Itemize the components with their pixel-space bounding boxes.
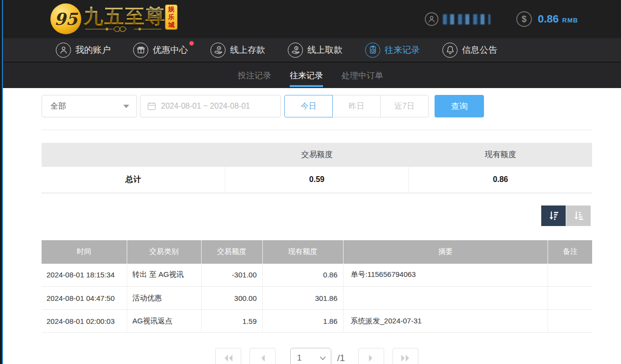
summary-total-label: 总计 — [42, 167, 225, 193]
cell-trade-amount: 300.00 — [201, 287, 262, 310]
summary-total-row: 总计 0.59 0.86 — [42, 167, 592, 193]
next-page-button[interactable] — [358, 348, 384, 364]
sort-descending-icon — [547, 209, 560, 222]
cell-current-amount: 301.86 — [262, 287, 343, 310]
cell-summary — [343, 287, 548, 310]
nav-label: 优惠中心 — [153, 44, 188, 56]
window-edge-blue-line — [2, 0, 3, 364]
nav-label: 线上存款 — [230, 44, 265, 56]
cell-time: 2024-08-01 18:15:34 — [42, 264, 127, 287]
table-header-row: 时间 交易类别 交易额度 现有额度 摘要 备注 — [42, 240, 592, 264]
cell-trade-amount: 1.59 — [201, 310, 262, 333]
table-row: 2024-08-01 04:47:50 活动优惠 300.00 301.86 — [42, 287, 592, 310]
nav-item-announcements[interactable]: 信息公告 — [442, 43, 497, 58]
top-header-bar: 95 九五至尊 娱 乐 城 $ 0.86 RMB — [0, 0, 621, 38]
summary-trade-amount: 0.59 — [225, 167, 409, 193]
transactions-table: 时间 交易类别 交易额度 现有额度 摘要 备注 2024-08-01 18:15… — [42, 240, 592, 333]
double-chevron-left-icon — [223, 354, 234, 362]
col-header-type: 交易类别 — [127, 240, 201, 264]
page-select[interactable]: 1 — [290, 348, 331, 364]
balance-coin-icon[interactable]: $ — [516, 11, 532, 27]
chevron-down-icon — [320, 356, 326, 361]
nav-item-promotions[interactable]: 优惠中心 — [133, 43, 188, 58]
deposit-icon: ¥ — [210, 43, 226, 58]
records-icon — [365, 43, 380, 58]
nav-item-online-deposit[interactable]: ¥ 线上存款 — [210, 43, 265, 58]
tab-betting-records[interactable]: 投注记录 — [238, 63, 271, 88]
nav-item-online-withdraw[interactable]: $ 线上取款 — [288, 43, 343, 58]
badge-char: 娱 — [168, 5, 175, 13]
cell-time: 2024-08-01 02:00:03 — [42, 310, 127, 333]
chevron-right-icon — [368, 354, 374, 362]
cell-type: AG视讯返点 — [127, 310, 201, 333]
sort-ascending-button[interactable] — [566, 205, 591, 226]
sort-ascending-icon — [572, 209, 585, 222]
svg-text:$: $ — [295, 47, 297, 50]
page-select-value: 1 — [297, 353, 301, 363]
calendar-icon — [147, 102, 156, 111]
gift-icon — [133, 43, 148, 58]
withdraw-icon: $ — [288, 43, 303, 58]
svg-text:¥: ¥ — [218, 47, 220, 50]
table-row: 2024-08-01 02:00:03 AG视讯返点 1.59 1.86 系统派… — [42, 310, 592, 333]
sort-descending-button[interactable] — [541, 205, 566, 226]
col-header-summary: 摘要 — [343, 240, 548, 264]
summary-header-current-amount: 现有额度 — [409, 143, 592, 167]
first-page-button[interactable] — [215, 348, 241, 364]
summary-current-amount: 0.86 — [409, 167, 592, 193]
user-avatar-icon[interactable] — [425, 12, 438, 26]
balance-amount: 0.86 — [538, 13, 559, 25]
summary-table: 交易额度 现有额度 总计 0.59 0.86 — [42, 143, 592, 193]
previous-page-button[interactable] — [250, 348, 276, 364]
chevron-left-icon — [259, 354, 266, 362]
section-divider — [42, 130, 592, 130]
double-chevron-right-icon — [400, 354, 411, 362]
filter-toolbar: 全部 2024-08-01 ~ 2024-08-01 今日 昨日 近7日 查询 — [42, 95, 592, 117]
summary-header-row: 交易额度 现有额度 — [42, 143, 592, 167]
tab-transaction-records[interactable]: 往来记录 — [290, 63, 323, 88]
col-header-remark: 备注 — [548, 240, 592, 264]
nav-item-transaction-records[interactable]: 往来记录 — [365, 43, 420, 58]
cell-time: 2024-08-01 04:47:50 — [42, 287, 127, 310]
censored-username[interactable] — [443, 14, 490, 24]
tab-processing-orders[interactable]: 处理中订单 — [342, 63, 383, 88]
cell-remark — [548, 287, 592, 310]
cell-summary: 单号:115656794063 — [343, 264, 548, 287]
last7days-button[interactable]: 近7日 — [380, 95, 429, 117]
table-row: 2024-08-01 18:15:34 转出 至 AG视讯 -301.00 0.… — [42, 264, 592, 287]
brand-emblem-icon[interactable]: 95 — [50, 3, 81, 34]
bell-icon — [442, 43, 458, 58]
user-icon — [56, 43, 71, 58]
quick-date-button-group: 今日 昨日 近7日 — [284, 95, 429, 117]
yesterday-button[interactable]: 昨日 — [332, 95, 381, 117]
nav-label: 我的账户 — [75, 44, 111, 56]
cell-current-amount: 0.86 — [262, 264, 343, 287]
cell-summary: 系统派发_2024-07-31 — [343, 310, 548, 333]
user-account-area: $ 0.86 RMB — [425, 0, 578, 38]
col-header-trade-amount: 交易额度 — [201, 240, 262, 264]
page-total-label: /1 — [337, 353, 345, 364]
nav-label: 线上取款 — [307, 44, 343, 56]
date-range-input[interactable]: 2024-08-01 ~ 2024-08-01 — [140, 95, 281, 117]
balance-currency: RMB — [562, 14, 578, 24]
type-select[interactable]: 全部 — [42, 95, 137, 117]
col-header-current-amount: 现有额度 — [262, 240, 343, 264]
type-select-value: 全部 — [50, 101, 66, 112]
cell-current-amount: 1.86 — [262, 310, 343, 333]
last-page-button[interactable] — [392, 348, 418, 364]
cell-remark — [548, 310, 592, 333]
search-button[interactable]: 查询 — [435, 95, 484, 117]
record-subtabs: 投注记录 往来记录 处理中订单 — [0, 63, 621, 88]
nav-item-my-account[interactable]: 我的账户 — [56, 43, 111, 58]
nav-label: 信息公告 — [462, 44, 497, 56]
pagination: 1 /1 — [42, 348, 592, 364]
cell-type: 转出 至 AG视讯 — [127, 264, 201, 287]
col-header-time: 时间 — [42, 240, 127, 264]
today-button[interactable]: 今日 — [284, 95, 333, 117]
nav-label: 往来记录 — [385, 44, 420, 56]
cell-trade-amount: -301.00 — [201, 264, 262, 287]
chevron-down-icon — [123, 105, 129, 108]
date-range-value: 2024-08-01 ~ 2024-08-01 — [161, 102, 250, 111]
badge-char: 乐 — [168, 13, 175, 21]
summary-header-empty — [42, 143, 225, 167]
